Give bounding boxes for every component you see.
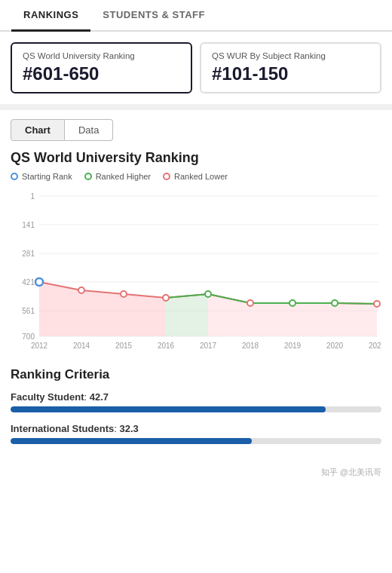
tab-students-staff[interactable]: STUDENTS & STAFF: [90, 0, 217, 32]
svg-point-23: [35, 278, 43, 286]
international-students-bar-fill: [11, 438, 252, 444]
svg-point-22: [332, 300, 338, 306]
svg-text:2020: 2020: [326, 342, 344, 350]
legend-label-lower: Ranked Lower: [174, 172, 228, 181]
subject-ranking-label: QS WUR By Subject Ranking: [212, 51, 369, 60]
svg-text:421: 421: [22, 278, 35, 286]
svg-point-16: [121, 291, 127, 297]
international-students-value: 32.3: [119, 423, 138, 434]
svg-text:700: 700: [22, 332, 35, 341]
svg-text:2014: 2014: [73, 342, 90, 350]
svg-point-18: [247, 300, 253, 306]
svg-text:2017: 2017: [200, 342, 217, 350]
svg-text:2021: 2021: [369, 342, 381, 350]
svg-point-17: [163, 295, 169, 301]
international-students-bar-bg: [11, 438, 381, 444]
faculty-student-bar-bg: [11, 406, 381, 412]
ranking-chart: 1 141 281 421 561 700: [11, 188, 381, 354]
svg-text:281: 281: [22, 250, 35, 258]
legend-label-start: Starting Rank: [22, 172, 72, 181]
svg-text:2018: 2018: [242, 342, 259, 350]
international-students-label: International Students: 32.3: [11, 423, 381, 434]
svg-text:561: 561: [22, 307, 35, 315]
svg-point-19: [374, 301, 380, 307]
chart-legend: Starting Rank Ranked Higher Ranked Lower: [0, 172, 392, 188]
svg-text:2016: 2016: [158, 342, 175, 350]
svg-marker-12: [39, 282, 166, 336]
svg-text:1: 1: [30, 192, 35, 201]
chart-area: 1 141 281 421 561 700: [0, 188, 392, 357]
toggle-row: Chart Data: [0, 110, 392, 147]
legend-dot-red: [163, 173, 170, 180]
subject-ranking-value: #101-150: [212, 63, 369, 84]
svg-point-15: [78, 287, 84, 293]
legend-dot-green: [84, 173, 92, 180]
legend-ranked-lower: Ranked Lower: [163, 172, 228, 181]
svg-point-21: [289, 300, 296, 306]
watermark: 知乎 @北美讯哥: [0, 462, 392, 484]
legend-dot-blue: [11, 173, 18, 180]
criteria-faculty-student: Faculty Student: 42.7: [11, 391, 381, 412]
data-toggle-button[interactable]: Data: [65, 119, 113, 141]
ranking-cards: QS World University Ranking #601-650 QS …: [0, 32, 392, 104]
svg-text:141: 141: [22, 221, 35, 229]
svg-text:2012: 2012: [31, 342, 48, 350]
faculty-student-label: Faculty Student: 42.7: [11, 391, 381, 403]
top-tabs: RANKINGS STUDENTS & STAFF: [0, 0, 392, 32]
faculty-student-value: 42.7: [90, 391, 109, 403]
ranking-card-subject: QS WUR By Subject Ranking #101-150: [200, 42, 381, 93]
world-ranking-value: #601-650: [23, 63, 180, 84]
svg-text:2015: 2015: [115, 342, 133, 350]
criteria-international-students: International Students: 32.3: [11, 423, 381, 444]
tab-rankings[interactable]: RANKINGS: [11, 0, 90, 32]
world-ranking-label: QS World University Ranking: [23, 51, 180, 60]
legend-ranked-higher: Ranked Higher: [84, 172, 151, 181]
legend-starting-rank: Starting Rank: [11, 172, 72, 181]
international-students-name: International Students: [11, 423, 114, 434]
criteria-title: Ranking Criteria: [11, 367, 381, 382]
ranking-card-world: QS World University Ranking #601-650: [11, 42, 192, 93]
section-divider: [0, 104, 392, 110]
faculty-student-bar-fill: [11, 406, 326, 412]
chart-title: QS World University Ranking: [0, 147, 392, 172]
legend-label-higher: Ranked Higher: [96, 172, 151, 181]
svg-text:2019: 2019: [284, 342, 302, 350]
chart-toggle-button[interactable]: Chart: [11, 119, 65, 141]
svg-point-20: [205, 291, 211, 297]
criteria-section: Ranking Criteria Faculty Student: 42.7 I…: [0, 357, 392, 462]
svg-marker-13: [166, 294, 208, 336]
faculty-student-name: Faculty Student: [11, 391, 84, 403]
